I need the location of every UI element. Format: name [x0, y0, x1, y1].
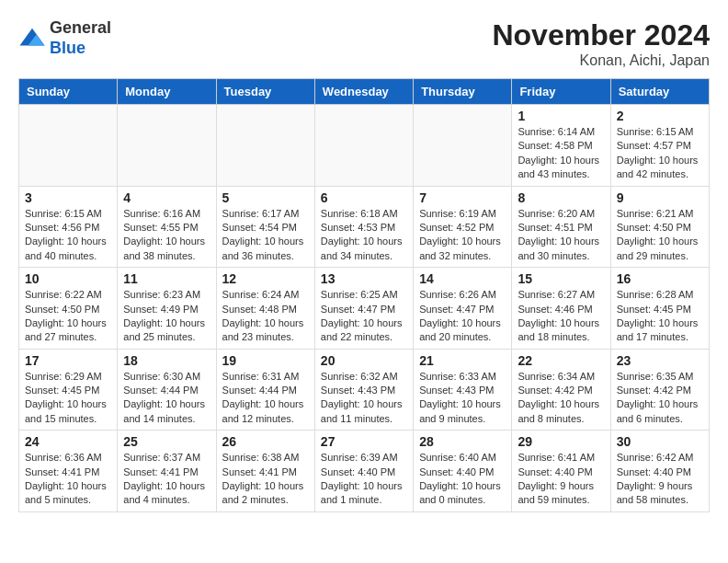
calendar-cell: 5Sunrise: 6:17 AM Sunset: 4:54 PM Daylig…: [216, 186, 314, 268]
weekday-header-tuesday: Tuesday: [216, 79, 314, 105]
day-number: 3: [25, 190, 111, 205]
day-info: Sunrise: 6:28 AM Sunset: 4:45 PM Dayligh…: [617, 288, 703, 345]
day-info: Sunrise: 6:33 AM Sunset: 4:43 PM Dayligh…: [419, 370, 506, 427]
calendar-cell: 20Sunrise: 6:32 AM Sunset: 4:43 PM Dayli…: [314, 349, 413, 431]
day-info: Sunrise: 6:21 AM Sunset: 4:50 PM Dayligh…: [617, 207, 703, 264]
calendar-cell: 1Sunrise: 6:14 AM Sunset: 4:58 PM Daylig…: [512, 105, 610, 187]
day-info: Sunrise: 6:37 AM Sunset: 4:41 PM Dayligh…: [123, 451, 210, 508]
calendar-cell: 12Sunrise: 6:24 AM Sunset: 4:48 PM Dayli…: [216, 268, 314, 350]
week-row-5: 24Sunrise: 6:36 AM Sunset: 4:41 PM Dayli…: [19, 431, 710, 512]
calendar-cell: [414, 105, 512, 187]
calendar-cell: 11Sunrise: 6:23 AM Sunset: 4:49 PM Dayli…: [118, 268, 216, 350]
title-block: November 2024 Konan, Aichi, Japan: [492, 18, 710, 69]
day-number: 30: [617, 434, 703, 449]
month-title: November 2024: [492, 18, 710, 52]
day-info: Sunrise: 6:20 AM Sunset: 4:51 PM Dayligh…: [518, 207, 604, 264]
day-info: Sunrise: 6:40 AM Sunset: 4:40 PM Dayligh…: [419, 451, 506, 508]
day-number: 29: [518, 434, 604, 449]
calendar-cell: 25Sunrise: 6:37 AM Sunset: 4:41 PM Dayli…: [118, 431, 216, 512]
day-info: Sunrise: 6:41 AM Sunset: 4:40 PM Dayligh…: [518, 451, 604, 508]
day-info: Sunrise: 6:16 AM Sunset: 4:55 PM Dayligh…: [123, 207, 210, 264]
calendar-cell: [118, 105, 216, 187]
day-number: 8: [518, 190, 604, 205]
calendar-cell: 23Sunrise: 6:35 AM Sunset: 4:42 PM Dayli…: [610, 349, 709, 431]
week-row-1: 1Sunrise: 6:14 AM Sunset: 4:58 PM Daylig…: [19, 105, 710, 187]
calendar-cell: [314, 105, 413, 187]
day-info: Sunrise: 6:23 AM Sunset: 4:49 PM Dayligh…: [123, 288, 210, 345]
day-number: 19: [222, 353, 309, 368]
weekday-header-monday: Monday: [118, 79, 216, 105]
calendar-cell: 21Sunrise: 6:33 AM Sunset: 4:43 PM Dayli…: [414, 349, 512, 431]
day-number: 9: [617, 190, 703, 205]
day-number: 24: [25, 434, 111, 449]
location: Konan, Aichi, Japan: [492, 52, 710, 69]
day-info: Sunrise: 6:15 AM Sunset: 4:57 PM Dayligh…: [617, 125, 703, 182]
calendar-table: SundayMondayTuesdayWednesdayThursdayFrid…: [18, 78, 710, 512]
day-info: Sunrise: 6:17 AM Sunset: 4:54 PM Dayligh…: [222, 207, 309, 264]
day-info: Sunrise: 6:14 AM Sunset: 4:58 PM Dayligh…: [518, 125, 604, 182]
day-number: 11: [123, 271, 210, 286]
day-info: Sunrise: 6:30 AM Sunset: 4:44 PM Dayligh…: [123, 370, 210, 427]
calendar-cell: 4Sunrise: 6:16 AM Sunset: 4:55 PM Daylig…: [118, 186, 216, 268]
day-info: Sunrise: 6:32 AM Sunset: 4:43 PM Dayligh…: [321, 370, 407, 427]
day-number: 25: [123, 434, 210, 449]
day-number: 21: [419, 353, 506, 368]
weekday-header-row: SundayMondayTuesdayWednesdayThursdayFrid…: [19, 79, 710, 105]
day-number: 5: [222, 190, 309, 205]
calendar-cell: 17Sunrise: 6:29 AM Sunset: 4:45 PM Dayli…: [19, 349, 118, 431]
calendar-cell: 22Sunrise: 6:34 AM Sunset: 4:42 PM Dayli…: [512, 349, 610, 431]
calendar-cell: 26Sunrise: 6:38 AM Sunset: 4:41 PM Dayli…: [216, 431, 314, 512]
day-number: 13: [321, 271, 407, 286]
day-info: Sunrise: 6:19 AM Sunset: 4:52 PM Dayligh…: [419, 207, 506, 264]
day-info: Sunrise: 6:15 AM Sunset: 4:56 PM Dayligh…: [25, 207, 111, 264]
day-number: 27: [321, 434, 407, 449]
page-header: General Blue November 2024 Konan, Aichi,…: [18, 18, 710, 69]
calendar-cell: 24Sunrise: 6:36 AM Sunset: 4:41 PM Dayli…: [19, 431, 118, 512]
calendar-cell: 27Sunrise: 6:39 AM Sunset: 4:40 PM Dayli…: [314, 431, 413, 512]
day-number: 17: [25, 353, 111, 368]
calendar-cell: [216, 105, 314, 187]
day-number: 6: [321, 190, 407, 205]
day-info: Sunrise: 6:18 AM Sunset: 4:53 PM Dayligh…: [321, 207, 407, 264]
week-row-3: 10Sunrise: 6:22 AM Sunset: 4:50 PM Dayli…: [19, 268, 710, 350]
calendar-cell: 10Sunrise: 6:22 AM Sunset: 4:50 PM Dayli…: [19, 268, 118, 350]
day-number: 4: [123, 190, 210, 205]
weekday-header-thursday: Thursday: [414, 79, 512, 105]
day-info: Sunrise: 6:29 AM Sunset: 4:45 PM Dayligh…: [25, 370, 111, 427]
day-number: 2: [617, 109, 703, 123]
day-info: Sunrise: 6:39 AM Sunset: 4:40 PM Dayligh…: [321, 451, 407, 508]
week-row-4: 17Sunrise: 6:29 AM Sunset: 4:45 PM Dayli…: [19, 349, 710, 431]
day-number: 1: [518, 109, 604, 123]
weekday-header-friday: Friday: [512, 79, 610, 105]
day-number: 12: [222, 271, 309, 286]
day-number: 10: [25, 271, 111, 286]
day-number: 20: [321, 353, 407, 368]
calendar-cell: 14Sunrise: 6:26 AM Sunset: 4:47 PM Dayli…: [414, 268, 512, 350]
calendar-cell: 28Sunrise: 6:40 AM Sunset: 4:40 PM Dayli…: [414, 431, 512, 512]
calendar-cell: 9Sunrise: 6:21 AM Sunset: 4:50 PM Daylig…: [610, 186, 709, 268]
calendar-cell: 7Sunrise: 6:19 AM Sunset: 4:52 PM Daylig…: [414, 186, 512, 268]
day-info: Sunrise: 6:42 AM Sunset: 4:40 PM Dayligh…: [617, 451, 703, 508]
day-number: 14: [419, 271, 506, 286]
calendar-cell: 18Sunrise: 6:30 AM Sunset: 4:44 PM Dayli…: [118, 349, 216, 431]
day-number: 23: [617, 353, 703, 368]
weekday-header-sunday: Sunday: [19, 79, 118, 105]
day-info: Sunrise: 6:31 AM Sunset: 4:44 PM Dayligh…: [222, 370, 309, 427]
day-number: 18: [123, 353, 210, 368]
day-number: 16: [617, 271, 703, 286]
day-info: Sunrise: 6:22 AM Sunset: 4:50 PM Dayligh…: [25, 288, 111, 345]
day-info: Sunrise: 6:27 AM Sunset: 4:46 PM Dayligh…: [518, 288, 604, 345]
calendar-cell: 13Sunrise: 6:25 AM Sunset: 4:47 PM Dayli…: [314, 268, 413, 350]
calendar-cell: 6Sunrise: 6:18 AM Sunset: 4:53 PM Daylig…: [314, 186, 413, 268]
day-info: Sunrise: 6:34 AM Sunset: 4:42 PM Dayligh…: [518, 370, 604, 427]
day-info: Sunrise: 6:26 AM Sunset: 4:47 PM Dayligh…: [419, 288, 506, 345]
day-number: 7: [419, 190, 506, 205]
day-number: 26: [222, 434, 309, 449]
calendar-cell: 19Sunrise: 6:31 AM Sunset: 4:44 PM Dayli…: [216, 349, 314, 431]
calendar-cell: [19, 105, 118, 187]
calendar-cell: 30Sunrise: 6:42 AM Sunset: 4:40 PM Dayli…: [610, 431, 709, 512]
calendar-cell: 8Sunrise: 6:20 AM Sunset: 4:51 PM Daylig…: [512, 186, 610, 268]
calendar-cell: 29Sunrise: 6:41 AM Sunset: 4:40 PM Dayli…: [512, 431, 610, 512]
logo-icon: [18, 25, 46, 52]
day-info: Sunrise: 6:24 AM Sunset: 4:48 PM Dayligh…: [222, 288, 309, 345]
